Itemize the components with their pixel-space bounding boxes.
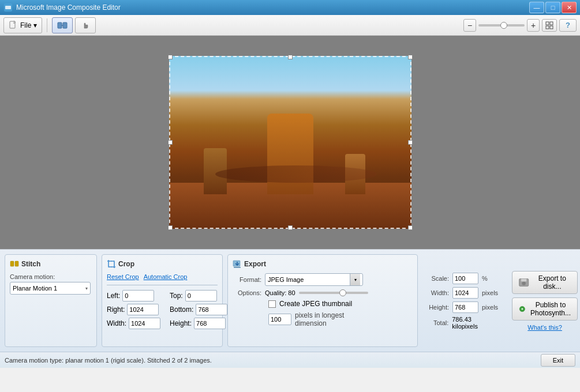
whats-this-link[interactable]: What's this? bbox=[512, 324, 578, 331]
dim-width-input[interactable] bbox=[452, 287, 478, 299]
stitch-panel: Stitch Camera motion: Planar Motion 1 ▾ bbox=[5, 254, 97, 347]
crop-handle-top-right[interactable] bbox=[408, 55, 413, 59]
crop-handle-top-left[interactable] bbox=[168, 55, 173, 59]
svg-rect-10 bbox=[15, 261, 18, 266]
export-disk-label: Export to disk... bbox=[533, 274, 571, 291]
app-title: Microsoft Image Composite Editor bbox=[16, 3, 526, 12]
crop-top-label: Top: bbox=[170, 292, 183, 300]
svg-point-18 bbox=[522, 308, 523, 309]
file-icon bbox=[9, 21, 18, 30]
automatic-crop-link[interactable]: Automatic Crop bbox=[144, 273, 188, 280]
panels-row: Stitch Camera motion: Planar Motion 1 ▾ … bbox=[0, 250, 580, 352]
quality-slider[interactable] bbox=[299, 292, 368, 294]
jpeg-thumbnail-row: Create JPEG thumbnail bbox=[233, 300, 413, 308]
zoom-slider-track[interactable] bbox=[478, 24, 525, 27]
file-label: File bbox=[20, 21, 31, 29]
format-select[interactable]: JPEG Image ▾ bbox=[265, 273, 363, 286]
zoom-slider-thumb[interactable] bbox=[500, 22, 507, 29]
options-row: Options: Quality: 80 bbox=[233, 289, 413, 296]
svg-rect-12 bbox=[233, 261, 240, 266]
svg-rect-5 bbox=[546, 22, 549, 25]
crop-handle-bottom-middle[interactable] bbox=[288, 225, 293, 230]
thumb-size-row: pixels in longest dimension bbox=[233, 311, 413, 327]
crop-bottom-field: Bottom: bbox=[170, 304, 227, 315]
camera-motion-select[interactable]: Planar Motion 1 ▾ bbox=[10, 282, 91, 295]
reset-crop-link[interactable]: Reset Crop bbox=[107, 273, 139, 280]
dim-width-label: Width: bbox=[425, 289, 449, 296]
file-arrow: ▾ bbox=[33, 21, 37, 29]
export-panel-title: Export bbox=[233, 259, 413, 269]
total-row: Total: 786.43 kilopixels bbox=[425, 316, 498, 330]
svg-rect-13 bbox=[234, 267, 241, 268]
svg-rect-3 bbox=[58, 22, 62, 28]
crop-panel: Crop Reset Crop Automatic Crop Left: Top… bbox=[102, 254, 223, 347]
export-disk-button[interactable]: Export to disk... bbox=[512, 271, 578, 294]
stitch-icon bbox=[10, 259, 19, 269]
crop-right-label: Right: bbox=[107, 306, 125, 314]
zoom-out-button[interactable]: − bbox=[463, 19, 476, 32]
crop-fields: Left: Top: Right: Bottom: Width: bbox=[107, 290, 218, 329]
crop-right-input[interactable] bbox=[127, 304, 159, 315]
svg-point-15 bbox=[522, 281, 526, 285]
crop-overlay[interactable] bbox=[169, 56, 411, 229]
export-icon bbox=[233, 259, 242, 269]
publish-photosynth-button[interactable]: Publish to Photosynth... bbox=[512, 297, 578, 321]
crop-handle-top-middle[interactable] bbox=[288, 55, 293, 59]
crop-width-label: Width: bbox=[107, 319, 126, 327]
file-menu-button[interactable]: File ▾ bbox=[3, 17, 42, 33]
svg-rect-4 bbox=[63, 22, 67, 28]
status-text: Camera motion type: planar motion 1 (rig… bbox=[5, 357, 536, 364]
crop-left-label: Left: bbox=[107, 292, 120, 300]
exit-button[interactable]: Exit bbox=[541, 354, 575, 367]
crop-handle-middle-left[interactable] bbox=[168, 140, 173, 145]
crop-left-field: Left: bbox=[107, 290, 160, 301]
title-bar: Microsoft Image Composite Editor — □ ✕ bbox=[0, 0, 580, 15]
scale-unit: % bbox=[482, 275, 488, 282]
export-disk-icon bbox=[518, 276, 529, 289]
options-label: Options: bbox=[233, 289, 261, 296]
dim-height-unit: pixels bbox=[482, 304, 498, 311]
jpeg-thumbnail-label: Create JPEG thumbnail bbox=[279, 300, 352, 308]
svg-rect-8 bbox=[550, 26, 553, 29]
hand-tool-button[interactable] bbox=[75, 17, 96, 33]
crop-height-label: Height: bbox=[170, 319, 192, 327]
quality-slider-thumb[interactable] bbox=[339, 289, 346, 296]
zoom-fit-button[interactable] bbox=[542, 19, 557, 32]
publish-photosynth-label: Publish to Photosynth... bbox=[530, 301, 571, 317]
crop-width-input[interactable] bbox=[129, 318, 160, 329]
scale-label: Scale: bbox=[425, 275, 449, 282]
jpeg-thumbnail-checkbox[interactable] bbox=[268, 300, 276, 308]
export-title-label: Export bbox=[244, 260, 266, 268]
image-container bbox=[169, 56, 411, 229]
dim-width-unit: pixels bbox=[482, 289, 498, 296]
width-row: Width: pixels bbox=[425, 287, 498, 299]
maximize-button[interactable]: □ bbox=[545, 2, 560, 13]
crop-left-input[interactable] bbox=[122, 290, 154, 301]
scale-input[interactable] bbox=[452, 273, 478, 284]
crop-icon bbox=[107, 259, 116, 269]
stitch-tool-icon bbox=[57, 20, 68, 31]
stitch-tool-button[interactable] bbox=[52, 17, 73, 33]
crop-right-field: Right: bbox=[107, 304, 160, 315]
help-button[interactable]: ? bbox=[559, 19, 577, 32]
height-row: Height: pixels bbox=[425, 301, 498, 313]
crop-top-input[interactable] bbox=[185, 290, 217, 301]
crop-handle-bottom-left[interactable] bbox=[168, 225, 173, 230]
svg-rect-11 bbox=[108, 261, 114, 267]
crop-bottom-input[interactable] bbox=[196, 304, 227, 315]
close-button[interactable]: ✕ bbox=[562, 2, 577, 13]
right-buttons: Export to disk... Publish to Photosynth.… bbox=[507, 254, 580, 347]
minimize-button[interactable]: — bbox=[529, 2, 544, 13]
photosynth-icon bbox=[518, 302, 526, 316]
zoom-in-button[interactable]: + bbox=[527, 19, 540, 32]
camera-motion-value: Planar Motion 1 bbox=[13, 285, 85, 292]
thumb-size-input[interactable] bbox=[268, 314, 291, 325]
dim-height-input[interactable] bbox=[452, 301, 478, 313]
canvas-area bbox=[0, 36, 580, 249]
format-dropdown-btn[interactable]: ▾ bbox=[350, 274, 360, 285]
format-row: Format: JPEG Image ▾ bbox=[233, 273, 413, 286]
crop-height-input[interactable] bbox=[194, 318, 226, 329]
svg-rect-7 bbox=[546, 26, 549, 29]
crop-handle-bottom-right[interactable] bbox=[408, 225, 413, 230]
crop-handle-middle-right[interactable] bbox=[408, 140, 413, 145]
